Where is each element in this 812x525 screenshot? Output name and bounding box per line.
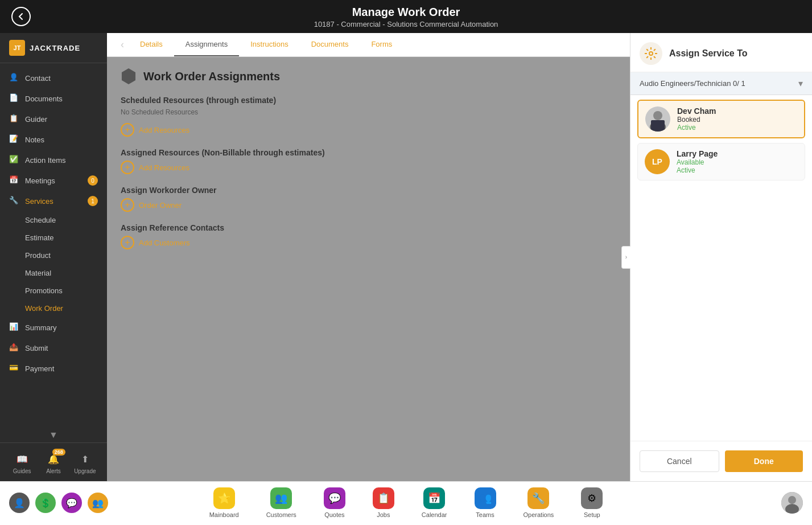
- taskbar-items: ⭐ Mainboard 👥 Customers 💬 Quotes 📋 Jobs …: [196, 485, 617, 520]
- svg-point-6: [788, 496, 796, 504]
- sidebar-item-label: Contact: [25, 74, 51, 83]
- taskbar-mainboard[interactable]: ⭐ Mainboard: [196, 485, 253, 520]
- work-order-content: Work Order Assignments Scheduled Resourc…: [107, 57, 630, 481]
- sidebar-sub-promotions[interactable]: Promotions: [0, 282, 107, 300]
- hex-icon: [121, 68, 137, 84]
- user-avatar[interactable]: [781, 492, 803, 514]
- sidebar-upgrade[interactable]: ⬆ Upgrade: [72, 450, 98, 474]
- tab-forms[interactable]: Forms: [360, 33, 403, 56]
- sidebar-item-label: Services: [25, 197, 53, 206]
- section-title-assigned: Assigned Resources (Non-Billable through…: [121, 148, 616, 157]
- avatar-dev-cham: [645, 106, 670, 132]
- sidebar-sub-schedule[interactable]: Schedule: [0, 211, 107, 229]
- setup-icon: ⚙: [581, 487, 603, 509]
- svg-point-2: [653, 111, 662, 120]
- taskbar-calendar[interactable]: 📅 Calendar: [408, 485, 461, 520]
- add-customers-button[interactable]: + Add Customers: [121, 236, 616, 249]
- tab-instructions[interactable]: Instructions: [239, 33, 299, 56]
- add-assigned-resources-button[interactable]: + Add Resources: [121, 161, 616, 174]
- bottom-user-icon[interactable]: 👤: [9, 493, 30, 513]
- sidebar-sub-material[interactable]: Material: [0, 264, 107, 282]
- sidebar-bottom: 📖 Guides 🔔 268 Alerts ⬆ Upgrade: [0, 442, 107, 481]
- operations-icon: 🔧: [527, 487, 549, 509]
- section-title-scheduled: Scheduled Resources (through estimate): [121, 96, 616, 105]
- sidebar-item-services[interactable]: 🔧 Services 1: [0, 191, 107, 211]
- tab-details[interactable]: Details: [129, 33, 174, 56]
- resource-card-larry-page[interactable]: LP Larry Page Available Active: [637, 143, 805, 181]
- bottom-taskbar: 👤 💲 💬 👥 ⭐ Mainboard 👥 Customers 💬 Quotes…: [0, 481, 812, 525]
- bottom-message-icon[interactable]: 💬: [61, 493, 82, 513]
- teams-icon: 👥: [475, 487, 496, 509]
- taskbar-quotes[interactable]: 💬 Quotes: [310, 485, 359, 520]
- sidebar: JT JACKTRADE 👤 Contact 📄 Documents 📋 Gui…: [0, 33, 107, 481]
- sidebar-item-label: Summary: [25, 323, 57, 332]
- contact-icon: 👤: [9, 73, 19, 83]
- sidebar-item-label: Documents: [25, 95, 63, 103]
- resource-status-active2: Active: [677, 166, 798, 174]
- sidebar-item-documents[interactable]: 📄 Documents: [0, 88, 107, 109]
- resource-card-dev-cham[interactable]: Dev Cham Booked Active: [637, 100, 805, 138]
- sidebar-guides[interactable]: 📖 Guides: [9, 450, 35, 474]
- taskbar-teams[interactable]: 👥 Teams: [461, 485, 510, 520]
- tab-assignments[interactable]: Assignments: [174, 33, 239, 56]
- mainboard-icon: ⭐: [213, 487, 235, 509]
- sidebar-item-action-items[interactable]: ✅ Action Items: [0, 150, 107, 170]
- upgrade-icon: ⬆: [76, 450, 94, 468]
- bottom-left-icons: 👤 💲 💬 👥: [9, 493, 108, 513]
- summary-icon: 📊: [9, 322, 19, 333]
- cancel-button[interactable]: Cancel: [640, 450, 719, 472]
- sidebar-item-meetings[interactable]: 📅 Meetings 0: [0, 170, 107, 191]
- section-title-owner: Assign Workorder Owner: [121, 186, 616, 195]
- meetings-icon: 📅: [9, 175, 19, 186]
- panel-dropdown[interactable]: Audio Engineers/Technician 0/ 1 ▾: [630, 72, 812, 95]
- customers-icon: 👥: [270, 487, 292, 509]
- sidebar-sub-estimate[interactable]: Estimate: [0, 229, 107, 247]
- resource-status-available: Available: [677, 158, 798, 166]
- taskbar-operations[interactable]: 🔧 Operations: [510, 485, 568, 520]
- logo-icon: JT: [9, 40, 25, 56]
- section-title-contacts: Assign Reference Contacts: [121, 223, 616, 232]
- sidebar-item-submit[interactable]: 📤 Submit: [0, 338, 107, 358]
- meetings-badge: 0: [88, 175, 98, 186]
- alerts-badge: 268: [52, 449, 65, 456]
- sidebar-item-label: Action Items: [25, 156, 66, 165]
- panel-title: Assign Service To: [669, 48, 748, 59]
- sidebar-item-payment[interactable]: 💳 Payment: [0, 358, 107, 379]
- bottom-dollar-icon[interactable]: 💲: [35, 493, 56, 513]
- sidebar-item-guider[interactable]: 📋 Guider: [0, 109, 107, 129]
- tab-documents[interactable]: Documents: [300, 33, 360, 56]
- sidebar-sub-work-order[interactable]: Work Order: [0, 300, 107, 317]
- sidebar-alerts[interactable]: 🔔 268 Alerts: [40, 450, 66, 474]
- add-scheduled-resources-button[interactable]: + Add Resources: [121, 123, 616, 137]
- taskbar-customers[interactable]: 👥 Customers: [253, 485, 310, 520]
- sidebar-scroll-down[interactable]: ▼: [0, 428, 107, 442]
- done-button[interactable]: Done: [725, 450, 803, 472]
- panel-footer: Cancel Done: [630, 441, 812, 481]
- sidebar-nav: 👤 Contact 📄 Documents 📋 Guider 📝 Notes ✅…: [0, 63, 107, 428]
- taskbar-jobs[interactable]: 📋 Jobs: [359, 485, 408, 520]
- sidebar-item-notes[interactable]: 📝 Notes: [0, 129, 107, 150]
- sidebar-item-contact[interactable]: 👤 Contact: [0, 68, 107, 88]
- plus-icon: +: [121, 123, 134, 137]
- taskbar-setup[interactable]: ⚙ Setup: [567, 485, 616, 520]
- notes-icon: 📝: [9, 134, 19, 145]
- page-title: Manage Work Order: [0, 6, 812, 19]
- tab-bar: ‹ Details Assignments Instructions Docum…: [107, 33, 630, 57]
- right-panel: › Assign Service To Audio Engineers/Tech…: [630, 33, 812, 481]
- back-button[interactable]: [11, 7, 31, 26]
- services-badge: 1: [88, 196, 98, 206]
- sidebar-sub-product[interactable]: Product: [0, 247, 107, 264]
- page-heading: Work Order Assignments: [121, 68, 616, 84]
- bottom-people-icon[interactable]: 👥: [88, 493, 108, 513]
- resource-info-dev-cham: Dev Cham Booked Active: [677, 106, 797, 132]
- resource-status-active: Active: [677, 124, 797, 132]
- panel-toggle-button[interactable]: ›: [621, 246, 630, 269]
- resource-status-booked: Booked: [677, 116, 797, 124]
- plus-icon: +: [121, 161, 134, 174]
- sidebar-item-summary[interactable]: 📊 Summary: [0, 317, 107, 338]
- jobs-icon: 📋: [373, 487, 394, 509]
- logo-text: JACKTRADE: [30, 44, 80, 52]
- tab-prev-button[interactable]: ‹: [116, 34, 129, 55]
- add-order-owner-button[interactable]: + Order Owner: [121, 198, 616, 212]
- plus-icon: +: [121, 198, 134, 212]
